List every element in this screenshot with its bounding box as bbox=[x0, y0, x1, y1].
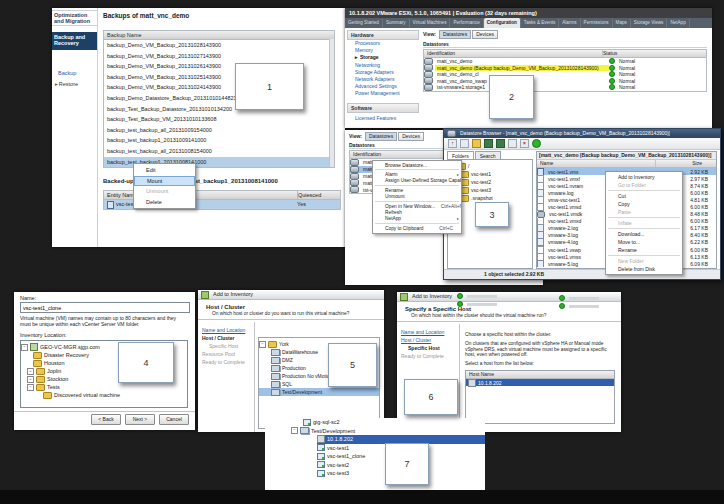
menu-item[interactable]: New Folder bbox=[606, 257, 682, 265]
tab[interactable]: Alarms bbox=[559, 18, 580, 28]
copy-icon[interactable] bbox=[508, 139, 517, 148]
datastores-view-button[interactable]: Datastores bbox=[439, 30, 471, 39]
menu-item[interactable]: Inflate bbox=[606, 219, 682, 227]
backup-row[interactable]: backup_Test_Backup_VM_20131010133608 bbox=[104, 114, 334, 125]
next-button[interactable]: Next > bbox=[125, 414, 155, 425]
download-icon[interactable] bbox=[496, 139, 505, 148]
tree-cluster[interactable]: Test/Development bbox=[265, 427, 485, 436]
tree-leaf[interactable]: Discovered virtual machine bbox=[21, 391, 187, 399]
vm-name-input[interactable] bbox=[20, 302, 190, 313]
wizard-step[interactable]: Name and Location bbox=[397, 328, 459, 336]
collapse-icon[interactable] bbox=[27, 384, 34, 391]
menu-item[interactable]: Paste bbox=[606, 208, 682, 216]
hardware-link[interactable]: Storage Adapters bbox=[347, 69, 419, 76]
backup-row[interactable]: backup_Demo_VM_Backup_20131027143900 bbox=[104, 51, 334, 62]
expand-icon[interactable] bbox=[27, 376, 34, 383]
menu-item[interactable]: Copy to Clipboard Ctrl+C bbox=[373, 225, 461, 231]
menu-item[interactable]: Delete from Disk bbox=[606, 265, 682, 273]
backup-row[interactable]: backup_Demo_VM_Backup_20131028143900 bbox=[104, 40, 334, 51]
quiesced-column[interactable]: Quiesced bbox=[298, 191, 321, 199]
tab[interactable]: Permissions bbox=[581, 18, 613, 28]
menu-item[interactable]: Edit bbox=[134, 165, 195, 176]
tree-folder[interactable]: Tests bbox=[21, 383, 187, 391]
menu-item[interactable]: Go to Folder bbox=[606, 181, 682, 189]
name-column[interactable]: Name bbox=[537, 160, 656, 167]
host-row[interactable]: 10.1.8.202 bbox=[466, 379, 614, 387]
backup-row[interactable]: backup_test_backup_all_20131009154000 bbox=[104, 125, 334, 136]
tab[interactable]: Configuration bbox=[484, 18, 521, 28]
sidebar-item-backup-recovery[interactable]: Backup and Recovery bbox=[52, 32, 97, 50]
up-one-level-icon[interactable] bbox=[448, 139, 457, 148]
datastores-view-button[interactable]: Datastores bbox=[365, 132, 397, 141]
refresh-icon[interactable] bbox=[532, 139, 541, 148]
menu-item[interactable]: Download... bbox=[606, 230, 682, 238]
hardware-link[interactable]: Storage bbox=[347, 54, 419, 61]
sidebar-item-optimization-migration[interactable]: Optimization and Migration bbox=[52, 10, 97, 26]
menu-item[interactable]: NetApp bbox=[373, 216, 461, 222]
identification-column[interactable]: Identification bbox=[424, 50, 603, 57]
tab-folders[interactable]: Folders bbox=[447, 151, 474, 159]
tab[interactable]: NetApp bbox=[667, 18, 689, 28]
back-button[interactable]: < Back bbox=[91, 414, 121, 425]
tree-folder[interactable]: vsc-test3 bbox=[460, 186, 532, 194]
wizard-step[interactable]: Host / Cluster bbox=[397, 336, 459, 344]
tree-vm[interactable]: gig-sql-sc2 bbox=[265, 418, 485, 427]
menu-item[interactable]: Cut bbox=[606, 192, 682, 200]
devices-view-button[interactable]: Devices bbox=[398, 132, 424, 141]
hardware-link[interactable]: Processors bbox=[347, 40, 419, 47]
wizard-step[interactable]: Host / Cluster bbox=[198, 334, 254, 342]
menu-item[interactable]: Assign User-Defined Storage Capability..… bbox=[373, 178, 461, 184]
backup-row[interactable]: backup_test_backup_all_20131008154000 bbox=[104, 146, 334, 157]
wizard-step[interactable]: Ready to Complete bbox=[397, 352, 459, 360]
wizard-step[interactable]: Name and Location bbox=[198, 326, 254, 334]
datastore-browser-titlebar[interactable]: Datastore Browser - [matt_vsc_demo (Back… bbox=[444, 129, 720, 138]
backup-row[interactable]: backup_test_backup1_20131009141000 bbox=[104, 135, 334, 146]
collapse-icon[interactable] bbox=[259, 341, 266, 348]
cancel-button[interactable]: Cancel bbox=[159, 414, 189, 425]
tab[interactable]: Storage Views bbox=[631, 18, 668, 28]
sidebar-item-backup[interactable]: Backup bbox=[58, 70, 76, 76]
tab[interactable]: Summary bbox=[383, 18, 410, 28]
menu-item[interactable]: Rename bbox=[606, 246, 682, 254]
status-column[interactable]: Status bbox=[603, 50, 617, 57]
software-link[interactable]: Licensed Features bbox=[347, 113, 419, 121]
hardware-link[interactable]: Memory bbox=[347, 47, 419, 54]
wizard-step[interactable]: Resource Pool bbox=[198, 350, 254, 358]
tab[interactable]: Maps bbox=[613, 18, 631, 28]
delete-icon[interactable] bbox=[520, 139, 529, 148]
upload-icon[interactable] bbox=[484, 139, 493, 148]
collapse-icon[interactable] bbox=[21, 344, 28, 351]
collapse-icon[interactable] bbox=[291, 427, 298, 434]
menu-item[interactable]: Copy bbox=[606, 200, 682, 208]
menu-item[interactable]: Unmount bbox=[373, 194, 461, 200]
scrollbar[interactable] bbox=[329, 39, 334, 167]
devices-view-button[interactable]: Devices bbox=[472, 30, 498, 39]
menu-item[interactable]: Delete bbox=[134, 197, 195, 208]
hardware-link[interactable]: Network Adapters bbox=[347, 76, 419, 83]
host-name-column[interactable]: Host Name bbox=[466, 371, 614, 379]
tab-search[interactable]: Search bbox=[475, 151, 501, 159]
tree-folder[interactable]: .snapshot bbox=[460, 194, 532, 202]
menu-item[interactable]: Move to... bbox=[606, 238, 682, 246]
wizard-step[interactable]: Ready to Complete bbox=[198, 358, 254, 366]
search-icon[interactable] bbox=[460, 139, 469, 148]
hardware-link[interactable]: Power Management bbox=[347, 90, 419, 97]
menu-item[interactable]: Unmount bbox=[134, 186, 195, 197]
hardware-link[interactable]: Advanced Settings bbox=[347, 83, 419, 90]
backup-list-header[interactable]: Backup Name bbox=[104, 31, 334, 40]
menu-item[interactable]: Mount bbox=[134, 176, 195, 187]
cluster-row[interactable]: Test/Development bbox=[259, 388, 379, 396]
tree-folder[interactable]: vsc-test1 bbox=[460, 170, 532, 178]
tab[interactable]: Tasks & Events bbox=[521, 18, 559, 28]
wizard-step[interactable]: Specific Host bbox=[397, 344, 459, 352]
expand-icon[interactable] bbox=[27, 368, 34, 375]
tree-folder[interactable]: vsc-test2 bbox=[460, 178, 532, 186]
new-folder-icon[interactable] bbox=[472, 139, 481, 148]
hardware-link[interactable]: Networking bbox=[347, 62, 419, 69]
tab[interactable]: Virtual Machines bbox=[410, 18, 451, 28]
wizard-titlebar[interactable]: Add to Inventory bbox=[198, 290, 384, 300]
datastore-row[interactable]: tst-vmware1:storage1 Normal bbox=[424, 84, 706, 91]
tab[interactable]: Getting Started bbox=[345, 18, 383, 28]
wizard-step[interactable]: Specific Host bbox=[198, 342, 254, 350]
size-column[interactable]: Size bbox=[656, 160, 716, 167]
